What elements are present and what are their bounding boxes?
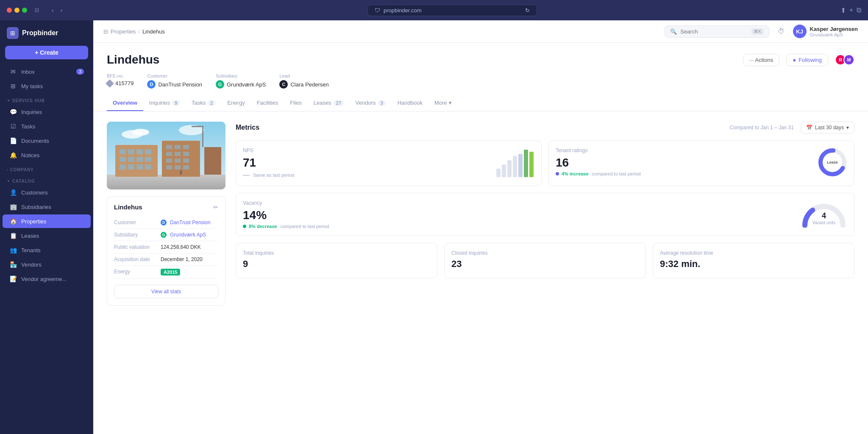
customers-label: Customers: [21, 189, 48, 196]
user-avatar: KJ: [793, 25, 807, 38]
total-inquiries-value: 9: [243, 259, 430, 270]
info-public-val-value: 124,258,640 DKK: [161, 244, 201, 250]
sidebar-item-documents[interactable]: 📄 Documents: [3, 134, 91, 147]
sidebar-item-tasks[interactable]: ☑ Tasks: [3, 120, 91, 133]
tabs-bar: Overview Inquiries 9 Tasks 2 Energy Faci…: [93, 95, 868, 111]
following-icon: ●: [793, 57, 796, 63]
svg-rect-4: [107, 175, 225, 189]
svg-rect-34: [192, 126, 203, 127]
tab-vendors[interactable]: Vendors 3: [350, 95, 392, 111]
window-controls: ⊡: [32, 6, 42, 14]
info-subsidiary-value[interactable]: G Grundværk ApS: [161, 232, 206, 238]
info-row-customer: Customer D DanTrust Pension: [114, 217, 218, 229]
meta-bfe-label: BFE-no.: [107, 73, 134, 78]
info-customer-value[interactable]: D DanTrust Pension: [161, 220, 211, 225]
subsidiary-initial-icon: G: [216, 80, 224, 89]
svg-rect-6: [120, 149, 126, 154]
sidebar-item-vendors[interactable]: 🏪 Vendors: [3, 258, 91, 271]
sidebar-item-properties[interactable]: 🏠 Properties: [3, 214, 91, 228]
split-view-button[interactable]: ⊡: [32, 6, 42, 14]
edit-icon[interactable]: ✏: [213, 204, 218, 211]
sidebar-item-leases[interactable]: 📋 Leases: [3, 229, 91, 242]
actions-button[interactable]: ··· Actions: [743, 54, 779, 66]
create-button[interactable]: + Create: [5, 46, 88, 59]
sidebar-item-my-tasks[interactable]: ⊞ My tasks: [3, 79, 91, 93]
vacancy-sub: 8% decrease compared to last period: [243, 224, 801, 229]
info-acquisition-value: December 1, 2020: [161, 256, 203, 262]
tab-more[interactable]: More ▾: [428, 95, 458, 111]
left-column: Lindehus ✏ Customer D DanTrust Pension S…: [107, 122, 225, 306]
breadcrumb-parent[interactable]: Properties: [111, 28, 136, 35]
subsidiaries-icon: 🏢: [9, 203, 17, 210]
sidebar-item-customers[interactable]: 👤 Customers: [3, 186, 91, 199]
tab-tasks[interactable]: Tasks 2: [186, 95, 221, 111]
sidebar-item-inquiries[interactable]: 💬 Inquiries: [3, 105, 91, 119]
right-column: Metrics Compared to Jan 1 – Jan 31 📅 Las…: [236, 122, 854, 306]
refresh-icon[interactable]: ↻: [525, 7, 530, 14]
following-button[interactable]: ● Following: [786, 54, 828, 66]
svg-rect-37: [507, 160, 512, 177]
svg-rect-27: [183, 159, 189, 163]
lead-initial-icon: C: [279, 80, 288, 89]
minimize-button[interactable]: [14, 8, 19, 13]
tenant-ratings-value: 16: [556, 156, 818, 170]
info-energy-label: Energy: [114, 269, 161, 275]
sidebar-item-tenants[interactable]: 👥 Tenants: [3, 243, 91, 257]
svg-rect-17: [145, 164, 151, 170]
forward-button[interactable]: ›: [59, 6, 64, 14]
documents-icon: 📄: [9, 137, 17, 144]
sidebar-item-inbox[interactable]: ✉ Inbox 3: [3, 65, 91, 78]
energy-badge: A2015: [161, 269, 180, 275]
tab-energy[interactable]: Energy: [221, 95, 250, 111]
new-tab-button[interactable]: +: [849, 6, 853, 14]
fullscreen-button[interactable]: [22, 8, 27, 13]
tenant-donut-chart: Lease: [818, 147, 847, 177]
content-area: Lindehus ✏ Customer D DanTrust Pension S…: [93, 111, 868, 316]
logo-icon: ⊞: [7, 27, 19, 39]
traffic-lights: [7, 8, 27, 13]
svg-rect-33: [202, 126, 203, 147]
property-header: Lindehus ··· Actions ● Following R M BFE…: [93, 43, 868, 89]
tab-facilities[interactable]: Facilities: [251, 95, 284, 111]
view-all-stats-button[interactable]: View all stats: [114, 285, 218, 298]
meta-subsidiary-label: Subsidiary: [216, 73, 266, 78]
vacancy-gauge: 4 Vacant units: [801, 200, 847, 228]
user-company: Grundværk ApS: [810, 32, 858, 37]
address-bar[interactable]: 🛡 propbinder.com ↻: [367, 5, 537, 16]
metrics-grid-top: NPS 71 — Same as last period: [236, 140, 854, 236]
tab-handbook[interactable]: Handbook: [392, 95, 428, 111]
back-button[interactable]: ‹: [50, 6, 56, 14]
nps-sub: — Same as last period: [243, 171, 496, 179]
leases-icon: 📋: [9, 232, 17, 239]
leases-tab-badge: 27: [334, 100, 344, 106]
subsidiary-link-icon: G: [161, 232, 167, 238]
svg-point-2: [132, 129, 149, 136]
chevron-down-icon: ▾: [449, 100, 452, 106]
svg-rect-31: [204, 147, 221, 175]
tab-files[interactable]: Files: [284, 95, 307, 111]
svg-rect-9: [145, 149, 151, 154]
meta-lead-value: C Clara Pedersen: [279, 80, 328, 89]
share-button[interactable]: ⬆: [840, 6, 846, 14]
tab-inquiries[interactable]: Inquiries 9: [143, 95, 186, 111]
sidebar-item-notices[interactable]: 🔔 Notices: [3, 148, 91, 162]
property-card-title: Lindehus ✏: [114, 203, 218, 211]
search-input[interactable]: [680, 28, 748, 35]
timer-button[interactable]: ⏱: [776, 26, 786, 37]
tab-leases[interactable]: Leases 27: [308, 95, 350, 111]
following-label: Following: [798, 57, 822, 63]
tenant-ratings-label: Tenant ratings: [556, 147, 818, 153]
inbox-label: Inbox: [21, 69, 35, 75]
top-bar: ⊟ Properties / Lindehus 🔍 ⌘K ⏱ KJ Kasper…: [93, 20, 868, 43]
tab-overview[interactable]: Overview: [107, 95, 143, 111]
svg-rect-11: [128, 157, 134, 162]
sidebar-item-subsidiaries[interactable]: 🏢 Subsidiaries: [3, 200, 91, 214]
search-icon: 🔍: [670, 28, 677, 35]
meta-customer-label: Customer: [147, 73, 202, 78]
date-picker[interactable]: 📅 Last 30 days ▾: [801, 122, 854, 134]
close-button[interactable]: [7, 8, 12, 13]
duplicate-button[interactable]: ⧉: [857, 6, 861, 14]
meta-lead: Lead C Clara Pedersen: [279, 73, 328, 89]
search-bar[interactable]: 🔍 ⌘K: [665, 25, 769, 38]
sidebar-item-vendor-agreements[interactable]: 📝 Vendor agreeme...: [3, 272, 91, 286]
